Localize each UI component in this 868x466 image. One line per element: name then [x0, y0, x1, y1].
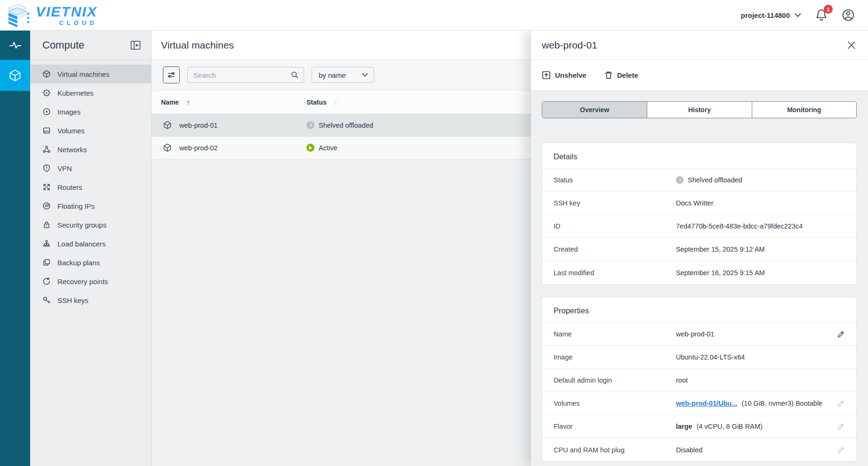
- sidebar-item-volumes[interactable]: Volumes: [30, 121, 151, 140]
- clock-status-icon: [306, 121, 314, 129]
- detail-row-created: Created September 15, 2025 9:12 AM: [542, 238, 856, 261]
- detail-value: September 16, 2025 9:15 AM: [676, 269, 845, 277]
- sort-desc-icon[interactable]: ↓: [334, 98, 338, 106]
- property-row-name: Name web-prod-01: [542, 323, 856, 346]
- tab-history[interactable]: History: [647, 102, 751, 118]
- search-input[interactable]: [193, 71, 290, 79]
- vm-status: Shelved offloaded: [319, 122, 373, 129]
- delete-button[interactable]: Delete: [604, 71, 638, 80]
- property-row-flavor: Flavor large (4 vCPU, 8 GiB RAM): [542, 415, 856, 438]
- details-card-title: Details: [542, 143, 856, 169]
- property-value: (10 GiB, nvmer3) Bootable: [742, 400, 823, 407]
- column-header-status[interactable]: Status: [306, 98, 327, 106]
- sidebar-item-floating-ips[interactable]: Floating IPs: [30, 196, 151, 215]
- logo-primary: VIETNIX: [36, 5, 97, 19]
- sidebar-item-label: SSH keys: [57, 296, 88, 304]
- rail-item-monitoring[interactable]: [0, 31, 30, 60]
- property-label: Image: [554, 353, 676, 361]
- notifications-button[interactable]: 1: [815, 8, 828, 22]
- vm-name: web-prod-01: [179, 122, 217, 129]
- detail-label: ID: [554, 222, 676, 230]
- edit-flavor-pencil-icon[interactable]: [837, 423, 845, 431]
- edit-volumes-pencil-icon[interactable]: [837, 400, 845, 408]
- routers-icon: [42, 183, 51, 191]
- cube-icon: [163, 143, 172, 152]
- property-value: web-prod-01: [676, 330, 831, 338]
- sidebar-item-networks[interactable]: Networks: [30, 140, 151, 159]
- detail-value: 7ed4770b-5ce8-483e-bdcc-a79fdec223c4: [676, 222, 845, 230]
- search-mode-value: by name: [319, 71, 346, 79]
- property-label: Default admin login: [554, 376, 676, 384]
- pulse-icon: [9, 41, 21, 50]
- tab-overview[interactable]: Overview: [542, 102, 647, 118]
- edit-hotplug-pencil-icon[interactable]: [837, 446, 845, 454]
- filter-button[interactable]: [163, 66, 180, 83]
- trash-icon: [604, 71, 613, 80]
- detail-value: Shelved offloaded: [688, 176, 742, 184]
- page-title: Virtual machines: [161, 40, 234, 51]
- unshelve-button[interactable]: Unshelve: [542, 71, 587, 80]
- tab-monitoring[interactable]: Monitoring: [752, 102, 856, 118]
- sidebar-item-virtual-machines[interactable]: Virtual machines: [30, 65, 151, 83]
- sidebar-item-label: Load balancers: [57, 240, 106, 248]
- property-value: Disabled: [676, 446, 831, 454]
- detail-row-id: ID 7ed4770b-5ce8-483e-bdcc-a79fdec223c4: [542, 215, 856, 238]
- user-avatar-icon: [842, 8, 855, 22]
- close-icon[interactable]: [847, 41, 856, 49]
- sidebar-item-label: Networks: [57, 146, 87, 154]
- property-row-cpu-ram-hot-plug: CPU and RAM hot plug Disabled: [542, 438, 856, 461]
- sidebar-item-routers[interactable]: Routers: [30, 178, 151, 196]
- sort-asc-icon[interactable]: ↑: [186, 98, 190, 106]
- chevron-down-icon: [795, 13, 801, 17]
- sidebar-item-ssh-keys[interactable]: SSH keys: [30, 291, 151, 310]
- logo-text: VIETNIX CLOUD: [36, 5, 97, 26]
- sidebar-item-label: Kubernetes: [57, 89, 94, 97]
- sidebar-item-security-groups[interactable]: Security groups: [30, 215, 151, 234]
- detail-label: Status: [554, 176, 676, 184]
- project-switcher[interactable]: project-114800: [741, 11, 801, 19]
- search-icon[interactable]: [290, 71, 299, 79]
- sidebar-item-load-balancers[interactable]: Load balancers: [30, 234, 151, 253]
- sidebar-item-backup-plans[interactable]: Backup plans: [30, 253, 151, 272]
- topbar-right: project-114800 1: [741, 8, 855, 22]
- cube-icon: [42, 70, 51, 78]
- cube-icon: [9, 69, 21, 82]
- detail-row-last-modified: Last modified September 16, 2025 9:15 AM: [542, 261, 856, 284]
- sidebar-item-label: Security groups: [57, 221, 106, 229]
- search-mode-select[interactable]: by name: [312, 67, 374, 83]
- sidebar-item-label: Volumes: [57, 127, 85, 135]
- edit-name-pencil-icon[interactable]: [837, 330, 845, 338]
- unshelve-label: Unshelve: [555, 71, 587, 79]
- sidebar-item-images[interactable]: Images: [30, 102, 151, 121]
- detail-label: Created: [554, 245, 676, 253]
- service-rail: [0, 31, 30, 466]
- clock-status-icon: [676, 176, 683, 184]
- sidebar-item-label: Images: [57, 108, 80, 116]
- chevron-down-icon: [362, 73, 368, 77]
- sidebar-item-recovery-points[interactable]: Recovery points: [30, 272, 151, 291]
- property-row-volumes: Volumes web-prod-01/Ubu... (10 GiB, nvme…: [542, 392, 856, 415]
- main-titlebar: Virtual machines: [152, 31, 531, 60]
- vm-status: Active: [319, 144, 338, 152]
- table-row-web-prod-02[interactable]: web-prod-02 Active: [152, 137, 531, 159]
- sidebar-item-kubernetes[interactable]: Kubernetes: [30, 83, 151, 102]
- sidebar-item-label: Recovery points: [57, 278, 108, 286]
- notification-badge: 1: [824, 5, 833, 14]
- sliders-icon: [167, 71, 176, 79]
- property-label: Name: [554, 330, 676, 338]
- recovery-history-icon: [42, 277, 51, 286]
- volume-link[interactable]: web-prod-01/Ubu...: [676, 400, 738, 407]
- sidebar-item-vpn[interactable]: VPN: [30, 159, 151, 178]
- compute-sidebar: Compute Virtual machines: [30, 31, 152, 466]
- sidebar-collapse-icon[interactable]: [130, 41, 141, 50]
- vpn-shield-icon: [42, 164, 51, 172]
- volumes-icon: [42, 126, 51, 135]
- column-header-name[interactable]: Name: [161, 98, 179, 106]
- sidebar-item-label: VPN: [57, 164, 72, 172]
- table-row-web-prod-01[interactable]: web-prod-01 Shelved offloaded: [152, 114, 531, 137]
- account-button[interactable]: [842, 8, 855, 22]
- detail-value: September 15, 2025 9:12 AM: [676, 245, 845, 253]
- detail-label: Last modified: [554, 269, 676, 277]
- key-icon: [42, 296, 51, 304]
- rail-item-compute[interactable]: [0, 60, 30, 91]
